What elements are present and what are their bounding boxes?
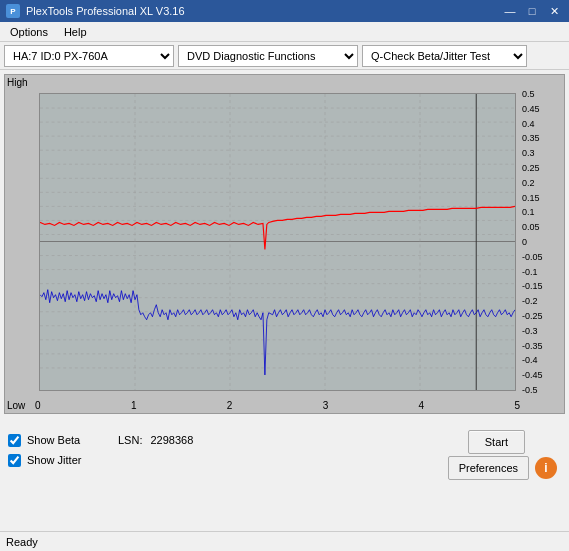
- maximize-button[interactable]: □: [523, 3, 541, 19]
- x-axis-labels: 0 1 2 3 4 5: [35, 400, 520, 411]
- lsn-value: 2298368: [150, 434, 193, 446]
- jitter-curve: [40, 290, 515, 375]
- start-button-container: Start: [468, 430, 525, 454]
- start-button[interactable]: Start: [468, 430, 525, 454]
- title-controls[interactable]: — □ ✕: [501, 3, 563, 19]
- window-title: PlexTools Professional XL V3.16: [26, 5, 185, 17]
- show-jitter-checkbox[interactable]: [8, 454, 21, 467]
- lsn-label: LSN:: [118, 434, 142, 446]
- info-icon: i: [544, 461, 547, 475]
- y-axis-labels: 0.5 0.45 0.4 0.35 0.3 0.25 0.2 0.15 0.1 …: [522, 89, 562, 395]
- title-bar-left: P PlexTools Professional XL V3.16: [6, 4, 185, 18]
- chart-plot: [39, 93, 516, 391]
- checkboxes-section: Show Beta Show Jitter LSN: 2298368 Start…: [8, 430, 561, 480]
- drive-select[interactable]: HA:7 ID:0 PX-760A: [4, 45, 174, 67]
- menu-options[interactable]: Options: [4, 24, 54, 40]
- beta-curve: [40, 206, 515, 249]
- lsn-display: LSN: 2298368: [118, 430, 193, 450]
- chart-area: High Low 0.5 0.45 0.4 0.35 0.3 0.25 0.2 …: [4, 74, 565, 414]
- show-beta-label: Show Beta: [27, 434, 80, 446]
- title-bar: P PlexTools Professional XL V3.16 — □ ✕: [0, 0, 569, 22]
- close-button[interactable]: ✕: [545, 3, 563, 19]
- info-button[interactable]: i: [535, 457, 557, 479]
- show-beta-checkbox[interactable]: [8, 434, 21, 447]
- minimize-button[interactable]: —: [501, 3, 519, 19]
- status-text: Ready: [6, 536, 38, 548]
- menu-help[interactable]: Help: [58, 24, 93, 40]
- chart-svg: [40, 94, 515, 390]
- action-buttons: Preferences i: [448, 456, 557, 480]
- chart-low-label: Low: [7, 400, 25, 411]
- show-jitter-label: Show Jitter: [27, 454, 81, 466]
- test-select[interactable]: Q-Check Beta/Jitter Test: [362, 45, 527, 67]
- chart-high-label: High: [7, 77, 28, 88]
- status-bar: Ready: [0, 531, 569, 551]
- preferences-button[interactable]: Preferences: [448, 456, 529, 480]
- toolbar: HA:7 ID:0 PX-760A DVD Diagnostic Functio…: [0, 42, 569, 70]
- bottom-panel: Show Beta Show Jitter LSN: 2298368 Start…: [0, 418, 569, 494]
- menubar: Options Help: [0, 22, 569, 42]
- function-select[interactable]: DVD Diagnostic Functions: [178, 45, 358, 67]
- app-icon: P: [6, 4, 20, 18]
